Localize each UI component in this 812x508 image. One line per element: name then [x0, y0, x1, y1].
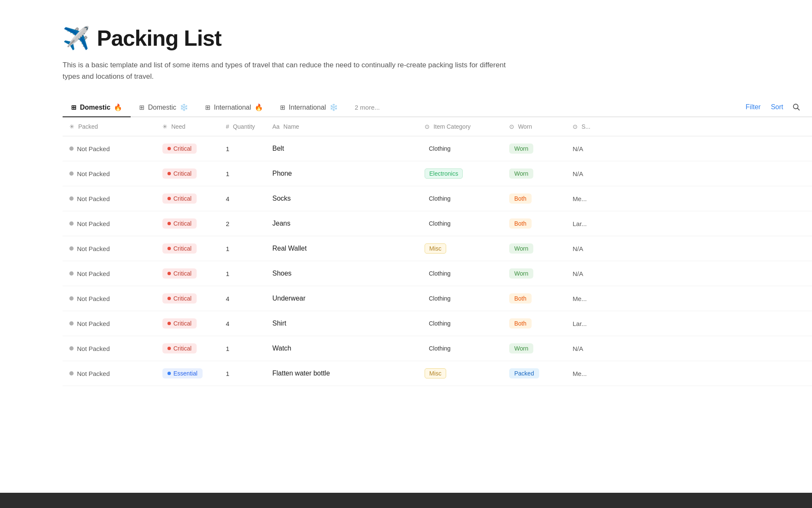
svg-line-1	[798, 108, 800, 110]
need-dot	[167, 272, 171, 275]
packed-dot	[69, 171, 74, 176]
qty-value: 2	[226, 220, 229, 227]
table-wrapper: ✳ Packed ✳ Need # Quantity Aa Name	[63, 117, 812, 386]
need-badge: Critical	[162, 318, 197, 329]
item-name: Socks	[272, 195, 291, 202]
table-row: Not Packed Essential 1Flatten water bott…	[63, 361, 812, 386]
packed-label: Not Packed	[77, 295, 110, 302]
cell-name: Socks	[266, 186, 418, 211]
last-value: Lar...	[573, 320, 587, 327]
item-name: Shoes	[272, 270, 291, 277]
need-dot	[167, 372, 171, 375]
cell-name: Watch	[266, 336, 418, 361]
cell-need: Critical	[156, 311, 219, 336]
item-name: Flatten water bottle	[272, 370, 330, 377]
sort-button[interactable]: Sort	[767, 101, 787, 113]
col-header-qty: # Quantity	[219, 117, 266, 136]
tab-international-fire[interactable]: ⊞ International 🔥	[197, 99, 272, 117]
table-icon-4: ⊞	[280, 104, 285, 111]
need-badge: Critical	[162, 268, 197, 279]
tab-international-snow[interactable]: ⊞ International ❄️	[272, 99, 346, 117]
cell-qty: 2	[219, 211, 266, 236]
cell-packed: Not Packed	[63, 161, 156, 186]
tab-emoji-fire-2: 🔥	[255, 103, 263, 111]
search-icon[interactable]	[789, 100, 804, 114]
qty-icon: #	[226, 123, 229, 130]
packing-table: ✳ Packed ✳ Need # Quantity Aa Name	[63, 117, 812, 386]
need-dot	[167, 222, 171, 225]
cell-last: N/A	[566, 336, 812, 361]
packed-label: Not Packed	[77, 145, 110, 152]
need-badge: Critical	[162, 218, 197, 229]
table-row: Not Packed Critical 1WatchClothingWornN/…	[63, 336, 812, 361]
table-header-row: ✳ Packed ✳ Need # Quantity Aa Name	[63, 117, 812, 136]
table-icon: ⊞	[71, 104, 77, 111]
more-tabs[interactable]: 2 more...	[346, 99, 388, 116]
category-badge: Clothing	[425, 269, 455, 278]
category-badge: Electronics	[425, 168, 463, 179]
cell-qty: 1	[219, 161, 266, 186]
cell-last: N/A	[566, 236, 812, 261]
cell-qty: 1	[219, 136, 266, 161]
page-header: ✈️ Packing List	[63, 25, 812, 51]
tab-emoji-fire: 🔥	[114, 103, 122, 111]
need-badge: Essential	[162, 368, 203, 378]
cell-qty: 1	[219, 236, 266, 261]
need-dot	[167, 347, 171, 350]
need-dot	[167, 172, 171, 175]
cell-worn: Worn	[502, 161, 566, 186]
cell-packed: Not Packed	[63, 286, 156, 311]
item-name: Underwear	[272, 295, 305, 302]
category-badge: Clothing	[425, 344, 455, 353]
item-name: Belt	[272, 145, 284, 152]
need-dot	[167, 147, 171, 150]
need-badge: Critical	[162, 293, 197, 304]
need-dot	[167, 297, 171, 300]
worn-badge: Worn	[509, 144, 533, 154]
category-badge: Clothing	[425, 194, 455, 203]
category-badge: Clothing	[425, 319, 455, 328]
need-icon: ✳	[162, 123, 167, 130]
cell-need: Critical	[156, 286, 219, 311]
last-value: Me...	[573, 370, 587, 377]
item-name: Real Wallet	[272, 245, 307, 252]
col-header-need: ✳ Need	[156, 117, 219, 136]
table-row: Not Packed Critical 1PhoneElectronicsWor…	[63, 161, 812, 186]
cell-name: Shoes	[266, 261, 418, 286]
cell-need: Essential	[156, 361, 219, 386]
worn-badge: Both	[509, 218, 532, 229]
table-row: Not Packed Critical 4SocksClothingBothMe…	[63, 186, 812, 211]
tab-domestic-snow[interactable]: ⊞ Domestic ❄️	[131, 99, 197, 117]
cell-name: Belt	[266, 136, 418, 161]
cell-last: Lar...	[566, 211, 812, 236]
need-dot	[167, 197, 171, 200]
cell-name: Underwear	[266, 286, 418, 311]
cell-last: N/A	[566, 136, 812, 161]
packed-label: Not Packed	[77, 345, 110, 352]
last-value: N/A	[573, 345, 583, 352]
cell-category: Clothing	[418, 186, 502, 211]
cell-last: N/A	[566, 161, 812, 186]
need-badge: Critical	[162, 343, 197, 353]
qty-value: 1	[226, 270, 229, 277]
worn-badge: Both	[509, 193, 532, 204]
filter-button[interactable]: Filter	[741, 101, 765, 113]
cell-name: Shirt	[266, 311, 418, 336]
table-row: Not Packed Critical 1ShoesClothingWornN/…	[63, 261, 812, 286]
packed-label: Not Packed	[77, 245, 110, 252]
qty-value: 4	[226, 295, 229, 302]
packed-dot	[69, 346, 74, 351]
cell-category: Misc	[418, 361, 502, 386]
qty-value: 1	[226, 345, 229, 352]
cell-category: Clothing	[418, 286, 502, 311]
packed-dot	[69, 271, 74, 276]
packed-dot	[69, 146, 74, 151]
worn-badge: Both	[509, 293, 532, 304]
category-badge: Misc	[425, 243, 446, 254]
packed-label: Not Packed	[77, 270, 110, 277]
cell-name: Flatten water bottle	[266, 361, 418, 386]
tab-domestic-fire[interactable]: ⊞ Domestic 🔥	[63, 99, 131, 117]
cell-category: Clothing	[418, 211, 502, 236]
cell-worn: Worn	[502, 261, 566, 286]
cell-packed: Not Packed	[63, 361, 156, 386]
